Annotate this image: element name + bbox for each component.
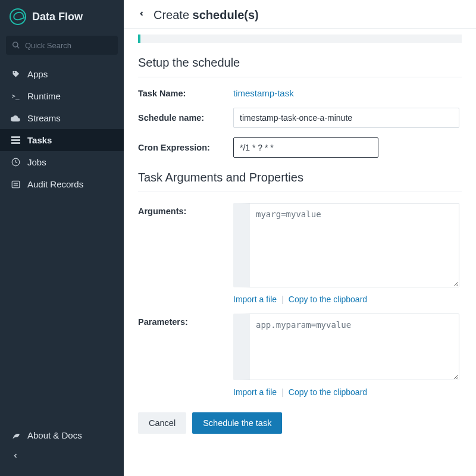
back-button[interactable] [138,9,145,21]
info-banner [138,35,462,43]
arguments-import-link[interactable]: Import a file [233,295,277,304]
button-row: Cancel Schedule the task [138,406,462,434]
sidebar-item-apps[interactable]: Apps [0,63,124,85]
divider [138,77,462,77]
sidebar-item-audit[interactable]: Audit Records [0,173,124,195]
task-name-link[interactable]: timestamp-task [233,88,462,98]
cloud-icon [11,114,20,123]
nav-label: Runtime [27,91,61,101]
section-args-title: Task Arguments and Properties [138,171,462,184]
schedule-name-label: Schedule name: [138,113,233,123]
main-content: Create schedule(s) Setup the schedule Ta… [124,0,476,476]
quick-search[interactable] [6,36,118,55]
brand-name: Data Flow [32,11,83,23]
sidebar-item-runtime[interactable]: >_ Runtime [0,85,124,107]
terminal-icon: >_ [11,92,20,101]
arguments-label: Arguments: [138,203,233,216]
search-input[interactable] [25,41,112,50]
nav-list: Apps >_ Runtime Streams Tasks Jobs [0,63,124,417]
search-icon [12,40,20,50]
divider [138,192,462,192]
collapse-sidebar-button[interactable] [0,446,124,465]
task-name-label: Task Name: [138,89,233,98]
svg-rect-2 [11,136,20,138]
clock-icon [11,158,20,167]
page-header: Create schedule(s) [124,0,476,29]
schedule-name-input[interactable] [233,108,459,128]
nav-label: Streams [27,113,61,123]
sidebar-item-about[interactable]: About & Docs [0,424,124,446]
section-setup-title: Setup the schedule [138,56,462,70]
svg-rect-6 [12,181,20,187]
tag-icon [11,70,20,79]
svg-point-0 [13,42,18,47]
sidebar-item-jobs[interactable]: Jobs [0,151,124,173]
cron-input[interactable] [233,137,378,158]
sidebar: Data Flow Apps >_ Runtime Streams [0,0,124,476]
leaf-icon [11,431,20,440]
arguments-actions: Import a file|Copy to the clipboard [233,295,462,304]
parameters-import-link[interactable]: Import a file [233,387,277,397]
parameters-label: Parameters: [138,314,233,327]
arguments-textarea[interactable]: myarg=myvalue [233,203,459,287]
nav-label: Apps [27,69,48,79]
nav-label: About & Docs [27,430,82,440]
parameters-actions: Import a file|Copy to the clipboard [233,387,462,397]
page-title: Create schedule(s) [154,8,259,22]
cancel-button[interactable]: Cancel [138,412,186,434]
sidebar-item-streams[interactable]: Streams [0,107,124,129]
arguments-copy-link[interactable]: Copy to the clipboard [289,295,367,304]
chevron-left-icon [11,451,20,461]
schedule-button[interactable]: Schedule the task [192,412,282,434]
sidebar-footer: About & Docs [0,417,124,476]
parameters-textarea[interactable]: app.myparam=myvalue [233,314,459,380]
list-icon [11,136,20,145]
brand-row: Data Flow [0,0,124,33]
svg-rect-3 [11,139,20,141]
nav-label: Jobs [27,157,46,167]
nav-label: Audit Records [27,179,83,189]
parameters-copy-link[interactable]: Copy to the clipboard [289,387,367,397]
records-icon [11,180,20,189]
svg-line-1 [17,46,20,49]
svg-rect-4 [11,142,20,144]
nav-label: Tasks [27,135,52,145]
sidebar-item-tasks[interactable]: Tasks [0,129,124,151]
brand-logo-icon [10,8,26,25]
cron-label: Cron Expression: [138,143,233,152]
